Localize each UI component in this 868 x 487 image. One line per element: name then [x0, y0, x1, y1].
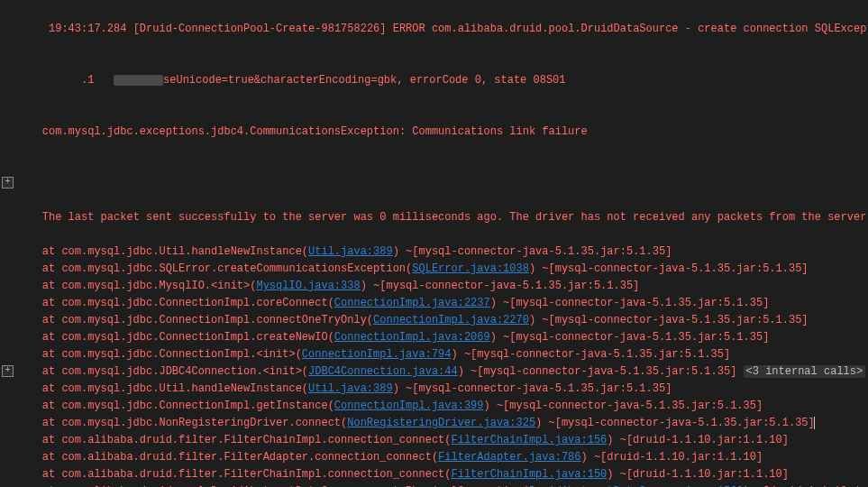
source-link[interactable]: ConnectionImpl.java:2069 [334, 331, 490, 344]
stack-frame-line: at com.alibaba.druid.filter.FilterAdapte… [0, 449, 868, 466]
stack-frame-line: at com.mysql.jdbc.Util.handleNewInstance… [0, 244, 868, 261]
packet-message: The last packet sent successfully to the… [42, 211, 868, 224]
log-line: + The last packet sent successfully to t… [0, 175, 868, 244]
stack-frame-suffix: ) ~[mysql-connector-java-5.1.35.jar:5.1.… [484, 400, 763, 412]
stack-frame-text: at com.alibaba.druid.filter.FilterAdapte… [16, 451, 438, 464]
stack-frame-text: at com.mysql.jdbc.ConnectionImpl.createN… [16, 331, 334, 344]
stack-frame-line: at com.mysql.jdbc.ConnectionImpl.<init>(… [0, 346, 868, 363]
stack-frame-line: at com.mysql.jdbc.ConnectionImpl.connect… [0, 312, 868, 329]
stack-frame-suffix: ) ~[mysql-connector-java-5.1.35.jar:5.1.… [535, 417, 815, 429]
log-thread: [Druid-ConnectionPool-Create-981758226] [133, 23, 393, 35]
stack-frame-line: at com.mysql.jdbc.ConnectionImpl.createN… [0, 329, 868, 346]
stack-frame-text: at com.mysql.jdbc.ConnectionImpl.connect… [16, 314, 373, 326]
stack-frame-text: at com.mysql.jdbc.MysqlIO.<init>( [16, 280, 256, 292]
stack-frame-suffix: ) ~[druid-1.1.10.jar:1.1.10] [581, 451, 763, 464]
expand-icon[interactable]: + [2, 177, 14, 188]
internal-calls-badge[interactable]: <3 internal calls> [744, 365, 866, 378]
stack-frame-suffix: ) ~[druid-1.1.10.jar:1.1.10] [607, 434, 789, 446]
log-message: seUnicode=true&characterEncoding=gbk, er… [163, 74, 565, 87]
log-level: ERROR [393, 23, 425, 35]
source-link[interactable]: JDBC4Connection.java:44 [308, 365, 458, 378]
source-link[interactable]: FilterChainImpl.java:150 [451, 468, 607, 481]
source-link[interactable]: Util.java:389 [308, 382, 393, 395]
log-message: .1 [42, 74, 114, 87]
stack-frame-text: at com.mysql.jdbc.ConnectionImpl.coreCon… [16, 297, 334, 309]
stack-frame-line: at com.mysql.jdbc.Util.handleNewInstance… [0, 381, 868, 398]
log-line: com.mysql.jdbc.exceptions.jdbc4.Communic… [0, 106, 868, 158]
stack-frame-line: at com.alibaba.druid.pool.DruidAbstractD… [0, 483, 868, 487]
source-link[interactable]: ConnectionImpl.java:2270 [373, 314, 529, 326]
stack-frame-suffix: ) ~[mysql-connector-java-5.1.35.jar:5.1.… [452, 348, 731, 361]
stack-frame-text: at com.mysql.jdbc.SQLError.createCommuni… [16, 262, 412, 275]
stack-frame-suffix: ) ~[mysql-connector-java-5.1.35.jar:5.1.… [490, 331, 770, 344]
stack-frame-line: at com.mysql.jdbc.ConnectionImpl.coreCon… [0, 295, 868, 312]
redacted-text [114, 75, 163, 86]
log-timestamp: 19:43:17.284 [42, 23, 133, 35]
exception-message: com.mysql.jdbc.exceptions.jdbc4.Communic… [42, 125, 588, 138]
source-link[interactable]: Util.java:389 [308, 245, 393, 258]
stack-frame-line: at com.mysql.jdbc.MysqlIO.<init>(MysqlIO… [0, 278, 868, 295]
stack-frame-text: at com.mysql.jdbc.Util.handleNewInstance… [16, 382, 308, 395]
stack-frame-suffix: ) ~[mysql-connector-java-5.1.35.jar:5.1.… [393, 382, 672, 395]
source-link[interactable]: FilterChainImpl.java:156 [451, 434, 607, 446]
stack-frame-line: at com.alibaba.druid.filter.FilterChainI… [0, 466, 868, 483]
source-link[interactable]: SQLError.java:1038 [412, 262, 529, 275]
stack-frame-line: at com.mysql.jdbc.NonRegisteringDriver.c… [0, 415, 868, 432]
text-caret [814, 417, 816, 429]
source-link[interactable]: ConnectionImpl.java:2237 [334, 297, 490, 309]
log-line: 19:43:17.284 [Druid-ConnectionPool-Creat… [0, 4, 868, 55]
stack-frame-suffix: ) ~[mysql-connector-java-5.1.35.jar:5.1.… [529, 314, 809, 326]
log-line: .1 seUnicode=true&characterEncoding=gbk,… [0, 55, 868, 106]
stack-frame-suffix: ) ~[mysql-connector-java-5.1.35.jar:5.1.… [529, 262, 809, 275]
source-link[interactable]: NonRegisteringDriver.java:325 [347, 417, 535, 429]
source-link[interactable]: MysqlIO.java:338 [256, 280, 360, 292]
stack-frame-text: at com.mysql.jdbc.ConnectionImpl.<init>( [16, 348, 302, 361]
stack-frame-line: at com.mysql.jdbc.ConnectionImpl.getInst… [0, 398, 868, 415]
stack-frame-text: at com.mysql.jdbc.NonRegisteringDriver.c… [16, 417, 347, 429]
source-link[interactable]: ConnectionImpl.java:794 [302, 348, 452, 361]
stack-frame-line: at com.mysql.jdbc.SQLError.createCommuni… [0, 261, 868, 278]
stack-frame-text: at com.alibaba.druid.filter.FilterChainI… [16, 468, 451, 481]
source-link[interactable]: FilterAdapter.java:786 [438, 451, 580, 464]
stack-frame-suffix: ) ~[mysql-connector-java-5.1.35.jar:5.1.… [458, 365, 744, 378]
expand-icon[interactable]: + [2, 365, 14, 377]
stack-frame-text: at com.alibaba.druid.filter.FilterChainI… [16, 434, 451, 446]
stack-frame-text: at com.mysql.jdbc.JDBC4Connection.<init>… [16, 365, 308, 378]
stack-frame-line: + at com.mysql.jdbc.JDBC4Connection.<ini… [0, 363, 868, 381]
stack-frame-suffix: ) ~[mysql-connector-java-5.1.35.jar:5.1.… [393, 245, 672, 258]
stack-frame-text: at com.mysql.jdbc.ConnectionImpl.getInst… [16, 400, 334, 412]
stack-frame-suffix: ) ~[mysql-connector-java-5.1.35.jar:5.1.… [361, 280, 640, 292]
stack-frame-text: at com.mysql.jdbc.Util.handleNewInstance… [16, 245, 308, 258]
blank-line [0, 158, 868, 175]
stack-frame-suffix: ) ~[druid-1.1.10.jar:1.1.10] [607, 468, 789, 481]
log-message-1: com.alibaba.druid.pool.DruidDataSource -… [425, 23, 868, 35]
stack-frame-line: at com.alibaba.druid.filter.FilterChainI… [0, 432, 868, 449]
source-link[interactable]: ConnectionImpl.java:399 [334, 400, 484, 412]
console-output[interactable]: 19:43:17.284 [Druid-ConnectionPool-Creat… [0, 0, 868, 487]
stack-frame-suffix: ) ~[mysql-connector-java-5.1.35.jar:5.1.… [490, 297, 770, 309]
